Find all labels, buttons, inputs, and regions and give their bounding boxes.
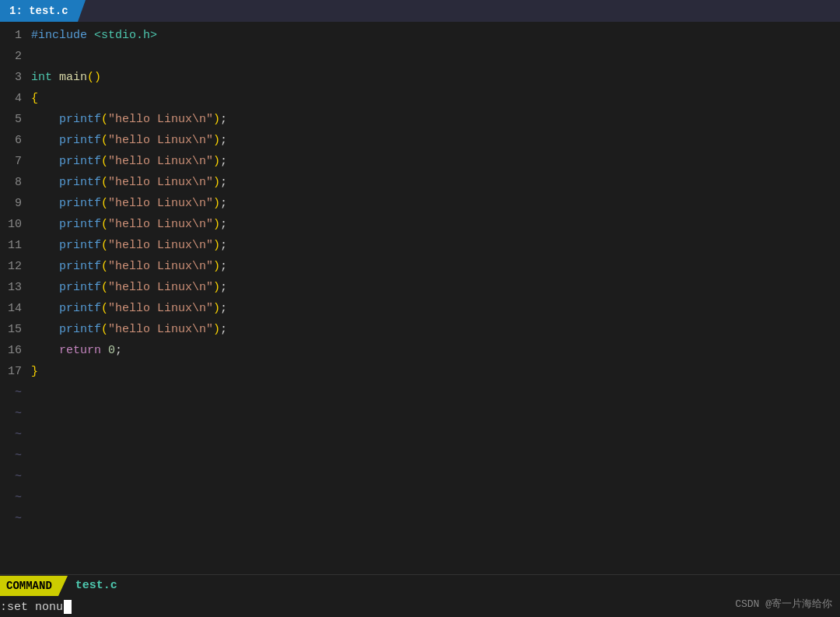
code-line-4: 4 { xyxy=(0,88,840,109)
tilde-line-2: ~ xyxy=(0,403,840,424)
line-num-3: 3 xyxy=(0,67,31,88)
line-content-1: #include <stdio.h> xyxy=(31,25,157,46)
tilde-line-1: ~ xyxy=(0,382,840,403)
line-num-13: 13 xyxy=(0,277,31,298)
code-line-5: 5 printf("hello Linux\n"); xyxy=(0,109,840,130)
code-line-15: 15 printf("hello Linux\n"); xyxy=(0,319,840,340)
command-input-text[interactable]: :set nonu xyxy=(0,600,72,614)
code-line-6: 6 printf("hello Linux\n"); xyxy=(0,130,840,151)
tilde-6: ~ xyxy=(0,487,31,508)
tilde-3: ~ xyxy=(0,424,31,445)
line-content-4: { xyxy=(31,88,38,109)
line-num-15: 15 xyxy=(0,319,31,340)
code-line-16: 16 return 0; xyxy=(0,340,840,361)
tilde-line-6: ~ xyxy=(0,487,840,508)
cursor-block xyxy=(64,600,72,614)
tilde-1: ~ xyxy=(0,382,31,403)
tilde-line-4: ~ xyxy=(0,445,840,466)
command-text-value: :set nonu xyxy=(0,601,63,614)
line-content-9: printf("hello Linux\n"); xyxy=(31,193,227,214)
line-content-15: printf("hello Linux\n"); xyxy=(31,319,227,340)
line-num-1: 1 xyxy=(0,25,31,46)
tilde-2: ~ xyxy=(0,403,31,424)
line-num-4: 4 xyxy=(0,88,31,109)
line-content-14: printf("hello Linux\n"); xyxy=(31,298,227,319)
code-line-2: 2 xyxy=(0,46,840,67)
tilde-4: ~ xyxy=(0,445,31,466)
tilde-7: ~ xyxy=(0,508,31,529)
line-num-11: 11 xyxy=(0,235,31,256)
tilde-line-7: ~ xyxy=(0,508,840,529)
line-content-16: return 0; xyxy=(31,340,122,361)
code-line-11: 11 printf("hello Linux\n"); xyxy=(0,235,840,256)
status-line2[interactable]: :set nonu xyxy=(0,596,840,617)
line-content-6: printf("hello Linux\n"); xyxy=(31,130,227,151)
line-content-7: printf("hello Linux\n"); xyxy=(31,151,227,172)
tab-label: 1: test.c xyxy=(9,5,68,17)
line-num-14: 14 xyxy=(0,298,31,319)
tilde-line-5: ~ xyxy=(0,466,840,487)
line-num-2: 2 xyxy=(0,46,31,67)
code-line-9: 9 printf("hello Linux\n"); xyxy=(0,193,840,214)
tilde-line-3: ~ xyxy=(0,424,840,445)
code-line-14: 14 printf("hello Linux\n"); xyxy=(0,298,840,319)
command-mode-badge: COMMAND xyxy=(0,576,58,596)
watermark: CSDN @寄一片海给你 xyxy=(735,597,832,611)
code-line-13: 13 printf("hello Linux\n"); xyxy=(0,277,840,298)
line-content-10: printf("hello Linux\n"); xyxy=(31,214,227,235)
line-content-5: printf("hello Linux\n"); xyxy=(31,109,227,130)
line-content-13: printf("hello Linux\n"); xyxy=(31,277,227,298)
line-num-16: 16 xyxy=(0,340,31,361)
code-line-12: 12 printf("hello Linux\n"); xyxy=(0,256,840,277)
status-filename: test.c xyxy=(75,579,117,592)
editor-container: 1: test.c 1 #include <stdio.h> 2 3 int m… xyxy=(0,0,840,617)
line-num-6: 6 xyxy=(0,130,31,151)
line-content-8: printf("hello Linux\n"); xyxy=(31,172,227,193)
line-num-17: 17 xyxy=(0,361,31,382)
watermark-text: CSDN @寄一片海给你 xyxy=(735,598,832,610)
line-content-11: printf("hello Linux\n"); xyxy=(31,235,227,256)
code-line-3: 3 int main() xyxy=(0,67,840,88)
line-num-8: 8 xyxy=(0,172,31,193)
tab-bar: 1: test.c xyxy=(0,0,840,22)
code-line-17: 17 } xyxy=(0,361,840,382)
active-tab[interactable]: 1: test.c xyxy=(0,0,78,22)
status-line1: COMMAND test.c xyxy=(0,575,840,596)
line-num-10: 10 xyxy=(0,214,31,235)
code-area[interactable]: 1 #include <stdio.h> 2 3 int main() 4 { … xyxy=(0,22,840,574)
code-line-10: 10 printf("hello Linux\n"); xyxy=(0,214,840,235)
line-content-3: int main() xyxy=(31,67,101,88)
code-line-7: 7 printf("hello Linux\n"); xyxy=(0,151,840,172)
line-num-12: 12 xyxy=(0,256,31,277)
line-num-5: 5 xyxy=(0,109,31,130)
tilde-5: ~ xyxy=(0,466,31,487)
command-label: COMMAND xyxy=(6,580,52,592)
status-bar: COMMAND test.c :set nonu xyxy=(0,574,840,617)
code-line-8: 8 printf("hello Linux\n"); xyxy=(0,172,840,193)
line-num-9: 9 xyxy=(0,193,31,214)
code-line-1: 1 #include <stdio.h> xyxy=(0,25,840,46)
line-content-12: printf("hello Linux\n"); xyxy=(31,256,227,277)
line-num-7: 7 xyxy=(0,151,31,172)
line-content-17: } xyxy=(31,361,38,382)
